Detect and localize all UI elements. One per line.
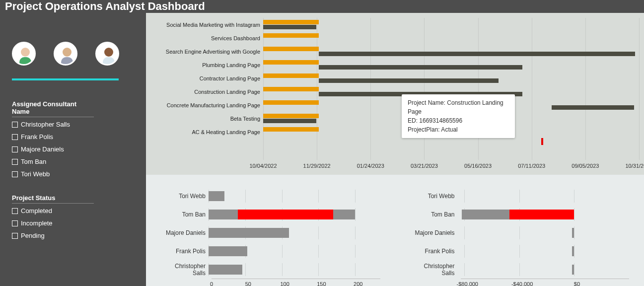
- bar-row: Tori Webb: [161, 187, 380, 205]
- axis-tick: 10/04/2022: [249, 163, 277, 169]
- svg-rect-1: [19, 57, 31, 66]
- option-label: Tori Webb: [21, 170, 50, 178]
- body: Assigned Consultant Name Christopher Sal…: [0, 13, 644, 286]
- bar-track: [458, 209, 630, 220]
- axis-tick: 11/29/2022: [303, 163, 331, 169]
- gantt-bar-planned[interactable]: [263, 114, 319, 118]
- tooltip-line: ProjectPlan: Actual: [408, 125, 509, 134]
- filter-title: Assigned Consultant Name: [12, 100, 94, 117]
- bar-track: [209, 191, 380, 202]
- bar-track: [458, 246, 630, 257]
- gantt-row-label: Plumbing Landing Page: [151, 62, 263, 68]
- axis-tick: 09/05/2023: [572, 163, 599, 169]
- gantt-bar-actual[interactable]: [319, 52, 635, 56]
- gantt-row: Contractor Landing Page: [151, 72, 639, 85]
- gantt-track: [263, 72, 639, 85]
- filter-title: Project Status: [12, 194, 94, 204]
- checkbox-icon: [12, 122, 18, 128]
- hours-worked-chart[interactable]: Tori WebbTom BanMajore DanielsFrank Poli…: [146, 175, 395, 286]
- consultant-option[interactable]: Tori Webb: [12, 168, 131, 180]
- consultant-option[interactable]: Christopher Salls: [12, 118, 131, 131]
- bar-row-label: Tori Webb: [410, 193, 458, 200]
- avatar[interactable]: [95, 42, 119, 66]
- axis-tick: 150: [317, 281, 326, 286]
- svg-point-0: [21, 48, 30, 57]
- gantt-bar-planned[interactable]: [263, 20, 319, 24]
- gantt-row: Construction Landing Page: [151, 85, 639, 98]
- gantt-bar-actual[interactable]: [319, 78, 499, 83]
- option-label: Christopher Salls: [21, 121, 70, 128]
- gantt-bar-actual[interactable]: [319, 65, 522, 70]
- svg-point-4: [104, 48, 113, 57]
- gantt-row: Plumbing Landing Page: [151, 58, 639, 72]
- budget-chart[interactable]: Tori WebbTom BanMajore DanielsFrank Poli…: [395, 175, 644, 286]
- axis-tick: 07/11/2023: [518, 163, 545, 169]
- status-option[interactable]: Pending: [12, 229, 131, 242]
- bar-track: [458, 191, 630, 202]
- gantt-bar-planned[interactable]: [263, 87, 319, 91]
- checkbox-icon: [12, 134, 18, 140]
- bar-row-label: Majore Daniels: [161, 229, 209, 236]
- bar-segment[interactable]: [209, 228, 289, 238]
- avatar[interactable]: [54, 42, 77, 66]
- bar-track: [458, 227, 630, 238]
- checkbox-icon: [12, 220, 18, 226]
- consultant-option[interactable]: Tom Ban: [12, 155, 131, 168]
- bar-row: Tom Ban: [410, 205, 630, 223]
- option-label: Incomplete: [21, 219, 53, 227]
- page-title: Project Operations Analyst Dashboard: [5, 0, 205, 13]
- bar-segment[interactable]: [209, 191, 224, 201]
- axis-tick: 200: [354, 281, 362, 286]
- option-label: Frank Polis: [21, 133, 53, 141]
- axis-tick: 01/24/2023: [357, 163, 384, 169]
- gantt-bar-planned[interactable]: [263, 73, 319, 78]
- bar-segment[interactable]: [572, 265, 574, 275]
- svg-rect-3: [61, 57, 73, 66]
- bar-track: [209, 227, 380, 238]
- bar-row-label: Christopher Salls: [410, 263, 458, 277]
- bar-segment[interactable]: [209, 265, 242, 275]
- avatar[interactable]: [12, 42, 36, 66]
- axis-tick: -$40,000: [511, 281, 533, 286]
- bar-row-label: Majore Daniels: [410, 229, 458, 236]
- bar-row-label: Frank Polis: [161, 248, 209, 255]
- bar-track: [209, 209, 380, 220]
- gantt-bar-planned[interactable]: [263, 60, 319, 65]
- bar-segment-highlight[interactable]: [238, 210, 333, 219]
- gantt-chart[interactable]: Social Media Marketing with InstagramSer…: [146, 13, 644, 175]
- main: Social Media Marketing with InstagramSer…: [146, 13, 644, 286]
- gantt-bar-planned[interactable]: [263, 47, 319, 51]
- gantt-bar-actual[interactable]: [263, 25, 316, 29]
- tooltip: Project Name: Construction Landing Page …: [402, 94, 515, 138]
- bar-row: Tori Webb: [410, 187, 630, 205]
- axis-tick: 05/16/2023: [464, 163, 492, 169]
- consultant-option[interactable]: Frank Polis: [12, 131, 131, 143]
- gantt-row-label: Construction Landing Page: [151, 89, 263, 95]
- filter-status: Project Status CompletedIncompletePendin…: [12, 194, 131, 242]
- gantt-bar-planned[interactable]: [263, 33, 319, 38]
- status-option[interactable]: Completed: [12, 205, 131, 217]
- bar-row-label: Frank Polis: [410, 248, 458, 255]
- gantt-row-label: AC & Heating Landing Page: [151, 129, 263, 135]
- axis-tick: 10/31/2023: [625, 163, 644, 169]
- bar-segment[interactable]: [572, 228, 574, 238]
- checkbox-icon: [12, 146, 18, 152]
- gantt-bar-planned[interactable]: [263, 127, 319, 132]
- gantt-bar-actual[interactable]: [552, 105, 634, 110]
- checkbox-icon: [12, 233, 18, 239]
- bar-segment-highlight[interactable]: [509, 210, 574, 219]
- gantt-bar-planned[interactable]: [263, 100, 319, 105]
- consultant-option[interactable]: Majore Daniels: [12, 143, 131, 155]
- avatar-row: [12, 42, 131, 66]
- filter-consultant: Assigned Consultant Name Christopher Sal…: [12, 100, 131, 180]
- bar-segment[interactable]: [209, 246, 247, 256]
- status-option[interactable]: Incomplete: [12, 217, 131, 229]
- gantt-bar-actual[interactable]: [263, 119, 316, 123]
- gantt-row: Services Dashboard: [151, 31, 639, 45]
- bottom-charts: Tori WebbTom BanMajore DanielsFrank Poli…: [146, 175, 644, 286]
- bar-row-label: Tori Webb: [161, 193, 209, 200]
- dashboard-root: Project Operations Analyst Dashboard Ass…: [0, 0, 644, 286]
- gantt-track: [263, 18, 639, 31]
- bar-segment[interactable]: [572, 246, 574, 256]
- tooltip-line: ED: 1669314865596: [408, 116, 509, 125]
